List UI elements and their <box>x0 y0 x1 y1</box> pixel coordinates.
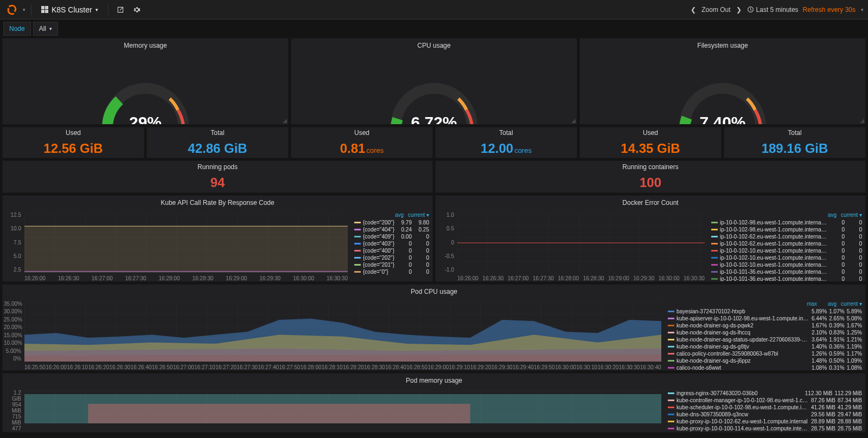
docker-error-count-panel[interactable]: Docker Error Count 1.00.50-0.5-1.0 16:26… <box>435 195 866 282</box>
settings-button[interactable] <box>130 3 143 16</box>
time-back-button[interactable]: ❮ <box>690 5 697 15</box>
legend-value: 1.67% <box>847 322 862 329</box>
legend-item[interactable]: ip-10-0-102-62.eu-west-1.compute.interna… <box>711 240 862 247</box>
stat-panel[interactable]: Total42.86 GiB <box>146 127 289 158</box>
graph-plot[interactable]: 1.00.50-0.5-1.0 16:26:0016:26:3016:27:00… <box>436 210 708 282</box>
running-pods-panel[interactable]: Running pods 94 <box>2 160 433 193</box>
stat-panel[interactable]: Used0.81cores <box>291 127 433 158</box>
chevron-down-icon[interactable]: ▾ <box>861 7 864 12</box>
stat-title: Running containers <box>622 163 678 171</box>
legend-item[interactable]: kube-node-drainer-sg-ds-lhccq2.10%0.83%1… <box>668 329 862 336</box>
legend: ingress-nginx-3077463020-036b0112.30 MiB… <box>665 388 865 433</box>
legend-item[interactable]: kube-node-drainer-asg-status-updater-227… <box>668 336 862 343</box>
legend-value: 28.88 MiB <box>838 418 862 425</box>
stat-title: Used <box>354 129 369 137</box>
legend-col[interactable]: current ▾ <box>841 212 862 218</box>
legend-item[interactable]: ip-10-0-102-10.eu-west-1.compute.interna… <box>711 247 862 254</box>
gauge-value: 29% <box>91 113 200 125</box>
filesystem-usage-gauge-panel[interactable]: Filesystem usage 7.40% <box>579 38 866 125</box>
legend-swatch <box>668 339 674 340</box>
legend-item[interactable]: ip-10-0-102-10.eu-west-1.compute.interna… <box>711 254 862 261</box>
legend-value: 0 <box>829 219 845 226</box>
separator <box>31 4 31 15</box>
chevron-down-icon[interactable]: ▾ <box>23 7 25 12</box>
legend-swatch <box>354 257 361 259</box>
legend-col: avg <box>388 212 404 218</box>
stat-panel[interactable]: Total12.00cores <box>435 127 577 158</box>
resize-handle-icon[interactable] <box>571 119 576 123</box>
legend-value: 9.79 <box>397 219 412 226</box>
memory-usage-gauge-panel[interactable]: Memory usage 29% <box>2 38 289 125</box>
legend-item[interactable]: ip-10-0-101-36.eu-west-1.compute.interna… <box>711 275 862 282</box>
legend-value: 0 <box>847 233 862 240</box>
legend-swatch <box>711 243 718 244</box>
legend-item[interactable]: {code="200"}9.799.80 <box>354 219 429 226</box>
graph-plot[interactable]: 1.2 GiB954 MiB715 MiB477 MiB <box>3 388 665 433</box>
legend-item[interactable]: ip-10-0-102-98.eu-west-1.compute.interna… <box>711 226 862 233</box>
stat-value: 12.00cores <box>481 141 532 156</box>
pod-memory-usage-panel[interactable]: Pod memory usage 1.2 GiB954 MiB715 MiB47… <box>2 373 866 433</box>
resize-handle-icon[interactable] <box>860 119 864 123</box>
legend-item[interactable]: kube-proxy-ip-10-0-102-62.eu-west-1.comp… <box>668 418 862 425</box>
legend-swatch <box>668 311 674 312</box>
legend-item[interactable]: kube-proxy-ip-10-0-100-114.eu-west-1.com… <box>668 425 862 432</box>
legend-value: 0 <box>414 261 429 268</box>
stat-panel[interactable]: Used14.35 GiB <box>579 127 722 158</box>
legend-item[interactable]: calico-policy-controller-3259080063-w87b… <box>668 350 862 357</box>
kube-api-rate-panel[interactable]: Kube API Call Rate By Response Code 12.5… <box>2 195 433 282</box>
resize-handle-icon[interactable] <box>283 119 287 123</box>
legend-value: 0 <box>397 268 412 275</box>
legend-value: 0.25 <box>414 226 429 233</box>
legend-item[interactable]: bayesian-3724370102-htxpb5.89%1.07%5.89% <box>668 308 862 315</box>
zoom-out-button[interactable]: Zoom Out <box>701 6 730 14</box>
legend-item[interactable]: {code="409"}0.000 <box>354 233 429 240</box>
legend-value: 0 <box>847 254 862 261</box>
legend-series-name: kube-node-drainer-sg-ds-pqwk2 <box>676 322 809 329</box>
stat-panel[interactable]: Used12.56 GiB <box>2 127 144 158</box>
legend-series-name: ip-10-0-102-62.eu-west-1.compute.interna… <box>720 240 827 247</box>
legend-value: 3.64% <box>812 336 827 343</box>
legend-swatch <box>711 222 718 223</box>
legend-item[interactable]: {code="404"}0.240.25 <box>354 226 429 233</box>
legend-item[interactable]: kube-node-drainer-sg-ds-pqwk21.67%0.39%1… <box>668 322 862 329</box>
share-button[interactable] <box>114 3 127 16</box>
legend-item[interactable]: ip-10-0-102-10.eu-west-1.compute.interna… <box>711 261 862 268</box>
legend-item[interactable]: kube-apiserver-ip-10-0-102-98.eu-west-1.… <box>668 315 862 322</box>
legend-item[interactable]: ip-10-0-101-36.eu-west-1.compute.interna… <box>711 268 862 275</box>
panel-title: Docker Error Count <box>436 196 865 210</box>
time-range-picker[interactable]: Last 5 minutes <box>747 6 799 14</box>
legend-col[interactable]: current ▾ <box>408 212 429 218</box>
legend-item[interactable]: {code="400"}00 <box>354 247 429 254</box>
legend-item[interactable]: kube-dns-3097350089-q3ncw29.56 MiB29.47 … <box>668 411 862 418</box>
legend-col[interactable]: current ▾ <box>841 301 862 307</box>
legend-item[interactable]: ip-10-0-102-98.eu-west-1.compute.interna… <box>711 219 862 226</box>
legend-value: 112.29 MiB <box>834 390 862 397</box>
legend-item[interactable]: ip-10-0-102-62.eu-west-1.compute.interna… <box>711 233 862 240</box>
legend-item[interactable]: ingress-nginx-3077463020-036b0112.30 MiB… <box>668 390 862 397</box>
grafana-logo-button[interactable] <box>4 2 20 17</box>
legend-value: 5.89% <box>847 308 862 315</box>
legend-value: 0 <box>829 226 845 233</box>
legend-item[interactable]: calico-node-s6wwt1.08%0.31%1.08% <box>668 364 862 371</box>
time-forward-button[interactable]: ❯ <box>735 5 743 15</box>
stat-panel[interactable]: Total189.16 GiB <box>724 127 866 158</box>
refresh-interval[interactable]: Refresh every 30s <box>803 6 856 14</box>
legend-item[interactable]: {code="201"}00 <box>354 261 429 268</box>
legend: avg current ▾ ip-10-0-102-98.eu-west-1.c… <box>708 210 865 282</box>
legend-item[interactable]: kube-scheduler-ip-10-0-102-98.eu-west-1.… <box>668 404 862 411</box>
legend-item[interactable]: kube-node-drainer-sg-ds-j6ppz1.48%0.50%1… <box>668 357 862 364</box>
graph-plot[interactable]: 35.00%30.00%25.00%20.00%15.00%10.00%5.00… <box>3 299 665 371</box>
variable-value-dropdown[interactable]: All ▾ <box>33 22 58 36</box>
legend-item[interactable]: kube-controller-manager-ip-10-0-102-98.e… <box>668 397 862 404</box>
legend-item[interactable]: kube-node-drainer-sg-ds-g8tjv1.40%0.36%1… <box>668 343 862 350</box>
legend-item[interactable]: {code="0"}00 <box>354 268 429 275</box>
running-containers-panel[interactable]: Running containers 100 <box>435 160 866 193</box>
pod-cpu-usage-panel[interactable]: Pod CPU usage 35.00%30.00%25.00%20.00%15… <box>2 284 866 371</box>
legend-item[interactable]: {code="202"}00 <box>354 254 429 261</box>
dashboard-picker[interactable]: K8S Cluster ▾ <box>37 3 103 16</box>
legend-item[interactable]: {code="403"}00 <box>354 240 429 247</box>
graph-plot[interactable]: 12.510.07.55.02.5 16:26:0016:26:3016:27:… <box>3 210 351 282</box>
legend-value: 0.83% <box>829 329 844 336</box>
cpu-usage-gauge-panel[interactable]: CPU usage 6.72% <box>291 38 577 125</box>
variable-label: Node <box>3 22 31 36</box>
